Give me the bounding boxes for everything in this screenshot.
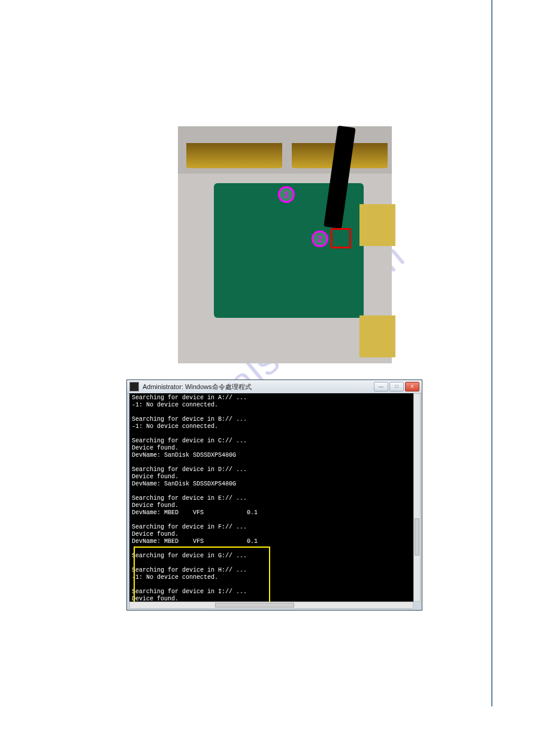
- term-line: Device found.: [132, 473, 179, 480]
- term-line: Searching for device in G:// ...: [132, 552, 247, 559]
- term-line: Searching for device in D:// ...: [132, 466, 247, 473]
- callout-1: 1: [278, 186, 295, 203]
- term-line: Searching for device in I:// ...: [132, 588, 247, 595]
- term-line: DevName: SanDisk SDSSDXPS480G: [132, 452, 236, 459]
- close-button[interactable]: X: [405, 382, 419, 391]
- term-line: Searching for device in C:// ...: [132, 438, 247, 444]
- usb-port-highlight-box: [331, 228, 351, 248]
- cmd-window: Administrator: Windows 命令處理程式 — □ X Sear…: [126, 379, 422, 611]
- callout-2: 2: [312, 230, 328, 247]
- term-line: Device found.: [132, 445, 179, 451]
- cmd-title-prefix: Administrator: Windows: [143, 383, 212, 390]
- term-line: Searching for device in E:// ...: [132, 495, 247, 502]
- flex-connector-left: [186, 143, 282, 168]
- board-photo: 1 2: [178, 126, 392, 363]
- cmd-titlebar[interactable]: Administrator: Windows 命令處理程式 — □ X: [127, 380, 422, 394]
- term-line: Searching for device in B:// ...: [132, 416, 247, 423]
- cmd-icon: [129, 382, 139, 391]
- vertical-scrollbar-thumb[interactable]: [415, 518, 419, 555]
- minimize-button[interactable]: —: [374, 382, 388, 391]
- cmd-title-suffix: 命令處理程式: [212, 382, 252, 391]
- term-line: Searching for device in A:// ...: [132, 394, 247, 401]
- maximize-button[interactable]: □: [389, 382, 404, 391]
- vertical-scrollbar[interactable]: [413, 393, 421, 602]
- page-right-border: [491, 0, 492, 706]
- term-line: DevName: MBED VFS 0.1: [132, 538, 258, 545]
- term-line: DevName: MBED VFS 0.1: [132, 509, 258, 516]
- gold-flex-upper: [359, 204, 395, 246]
- horizontal-scrollbar-thumb[interactable]: [215, 603, 294, 608]
- term-line: Device found.: [132, 502, 179, 509]
- term-line: Searching for device in F:// ...: [132, 524, 247, 530]
- term-line: -1: No device connected.: [132, 402, 218, 408]
- term-line: Device found.: [132, 531, 179, 538]
- term-line: -1: No device connected.: [132, 423, 218, 430]
- cmd-terminal[interactable]: Searching for device in A:// ... -1: No …: [129, 393, 413, 602]
- term-line: DevName: SanDisk SDSSDXPS480G: [132, 481, 236, 487]
- term-line: Device found.: [132, 596, 179, 602]
- horizontal-scrollbar[interactable]: [129, 602, 413, 609]
- term-line: -1: No device connected.: [132, 574, 218, 581]
- gold-flex-lower: [359, 315, 395, 357]
- term-line: Searching for device in H:// ...: [132, 567, 247, 573]
